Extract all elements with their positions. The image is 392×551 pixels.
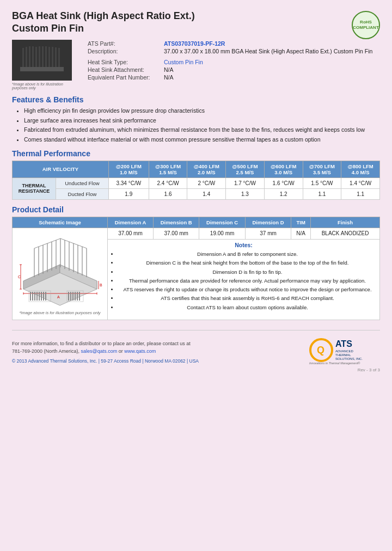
- schematic-image: C A B: [16, 230, 103, 317]
- note-item: Contact ATS to learn about custom option…: [118, 304, 377, 311]
- rohs-text: RoHS COMPLIANT: [353, 20, 379, 30]
- dim-d-value: 37 mm: [245, 228, 291, 239]
- dim-c-header: Dimension C: [199, 217, 245, 228]
- col-600lfm: @600 LFM 3.0 M/S: [264, 161, 303, 177]
- svg-text:SOLUTIONS, INC.: SOLUTIONS, INC.: [335, 357, 363, 360]
- dim-b-value: 37.00 mm: [153, 228, 199, 239]
- ats-part-number: ATS037037019-PF-12R: [162, 40, 380, 47]
- unducted-700: 1.5 °C/W: [303, 177, 341, 188]
- svg-rect-12: [58, 48, 60, 67]
- finish-value: BLACK ANODIZED: [311, 228, 380, 239]
- note-item: Thermal performance data are provided fo…: [118, 277, 377, 284]
- col-800lfm: @800 LFM 4.0 M/S: [341, 161, 380, 177]
- svg-rect-6: [39, 46, 40, 67]
- notes-cell: Notes: Dimension A and B refer to compon…: [108, 239, 380, 320]
- svg-text:THERMAL: THERMAL: [335, 353, 351, 357]
- col-700lfm: @700 LFM 3.5 M/S: [303, 161, 341, 177]
- dim-a-header: Dimension A: [108, 217, 154, 228]
- ats-part-label: ATS Part#:: [85, 40, 162, 47]
- footer-email[interactable]: sales@qats.com: [81, 348, 118, 354]
- svg-text:ADVANCED: ADVANCED: [335, 350, 354, 353]
- footer-website[interactable]: www.qats.com: [124, 348, 156, 354]
- features-list: High efficiency pin fin design provides …: [12, 107, 380, 144]
- svg-rect-43: [34, 292, 35, 301]
- image-caption: *Image above is for illustration purpose…: [12, 82, 75, 90]
- unducted-800: 1.4 °C/W: [341, 177, 380, 188]
- footer-copyright: © 2013 Advanced Thermal Solutions, Inc. …: [12, 358, 199, 365]
- footer-section: For more information, to find a distribu…: [12, 330, 380, 365]
- svg-rect-51: [70, 292, 71, 301]
- schematic-header: Schematic Image: [13, 217, 108, 228]
- thermal-resistance-label: THERMAL RESISTANCE: [13, 177, 56, 199]
- svg-rect-45: [39, 292, 40, 301]
- svg-rect-4: [32, 46, 34, 67]
- heat-sink-type-value: Custom Pin Fin: [162, 58, 380, 66]
- feature-item: Large surface area increases heat sink p…: [24, 117, 380, 125]
- ducted-800: 1.1: [341, 188, 380, 199]
- heat-sink-type-label: Heat Sink Type:: [85, 58, 162, 66]
- dim-a-value: 37.00 mm: [108, 228, 154, 239]
- thermal-title: Thermal Performance: [12, 149, 380, 158]
- footer-left: For more information, to find a distribu…: [12, 340, 199, 365]
- svg-rect-0: [20, 67, 64, 71]
- col-400lfm: @400 LFM 2.0 M/S: [187, 161, 226, 177]
- description-label: Description:: [85, 47, 162, 55]
- notes-title: Notes:: [111, 242, 377, 248]
- note-item: Dimension C is the heat sink height from…: [118, 259, 377, 266]
- ducted-flow-label: Ducted Flow: [56, 188, 109, 199]
- notes-list: Dimension A and B refer to component siz…: [111, 250, 377, 311]
- finish-header: Finish: [311, 217, 380, 228]
- svg-rect-5: [35, 47, 37, 67]
- svg-rect-10: [52, 47, 53, 67]
- page-title: BGA Heat Sink (High Aspect Ratio Ext.) C…: [12, 10, 195, 34]
- air-velocity-header: AIR VELOCITY: [13, 161, 109, 177]
- product-detail-table: Schematic Image Dimension A Dimension B …: [12, 217, 380, 320]
- svg-rect-44: [36, 292, 38, 301]
- svg-rect-13: [20, 71, 64, 74]
- heat-sink-attachment-value: N/A: [162, 66, 380, 74]
- col-200lfm: @200 LFM 1.0 M/S: [108, 161, 149, 177]
- col-300lfm: @300 LFM 1.5 M/S: [149, 161, 187, 177]
- col-500lfm: @500 LFM 2.5 M/S: [226, 161, 265, 177]
- svg-text:A: A: [57, 295, 60, 299]
- unducted-600: 1.6 °C/W: [264, 177, 303, 188]
- note-item: Dimension A and B refer to component siz…: [118, 250, 377, 258]
- unducted-500: 1.7 °C/W: [226, 177, 265, 188]
- svg-rect-8: [45, 46, 47, 67]
- svg-rect-50: [68, 292, 69, 301]
- footer-phone: 781-769-2000 (North America): [12, 348, 78, 354]
- unducted-300: 2.4 °C/W: [149, 177, 187, 188]
- equivalent-part-value: N/A: [162, 74, 380, 81]
- product-detail-title: Product Detail: [12, 205, 380, 214]
- svg-rect-53: [75, 292, 76, 301]
- equivalent-part-label: Equivalent Part Number:: [85, 74, 162, 81]
- heat-sink-illustration: [15, 42, 69, 78]
- ducted-300: 1.6: [149, 188, 187, 199]
- ats-logo-area: Q ATS ADVANCED THERMAL SOLUTIONS, INC. I…: [309, 335, 380, 365]
- unducted-200: 3.34 °C/W: [108, 177, 149, 188]
- dim-c-value: 19.00 mm: [199, 228, 245, 239]
- schematic-image-cell: C A B: [13, 228, 108, 320]
- svg-rect-55: [79, 292, 80, 301]
- ats-logo: Q ATS ADVANCED THERMAL SOLUTIONS, INC. I…: [309, 335, 380, 365]
- ducted-600: 1.2: [264, 188, 303, 199]
- svg-text:B: B: [100, 283, 102, 287]
- tim-header: TIM: [291, 217, 311, 228]
- feature-item: High efficiency pin fin design provides …: [24, 107, 380, 115]
- part-info-table: ATS Part#: ATS037037019-PF-12R Descripti…: [85, 40, 380, 81]
- note-item: Dimension D is fin tip to fin tip.: [118, 268, 377, 276]
- unducted-flow-label: Unducted Flow: [56, 177, 109, 188]
- svg-rect-11: [55, 47, 57, 67]
- ducted-200: 1.9: [108, 188, 149, 199]
- svg-text:ATS: ATS: [335, 339, 352, 348]
- svg-rect-7: [42, 46, 44, 67]
- schematic-caption: *Image above is for illustration purpose…: [19, 310, 100, 315]
- heat-sink-attachment-label: Heat Sink Attachment:: [85, 66, 162, 74]
- rohs-badge: RoHS COMPLIANT: [352, 11, 380, 39]
- svg-text:Q: Q: [317, 345, 324, 356]
- svg-rect-9: [48, 47, 50, 67]
- svg-rect-3: [29, 46, 30, 67]
- features-title: Features & Benefits: [12, 95, 380, 104]
- svg-rect-47: [43, 292, 44, 301]
- header-section: *Image above is for illustration purpose…: [12, 40, 380, 90]
